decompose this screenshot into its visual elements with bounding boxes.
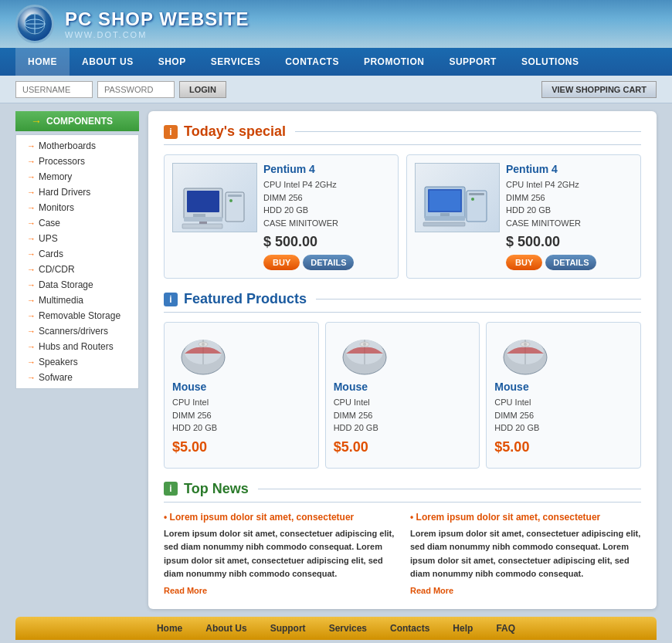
sidebar-item[interactable]: →Hard Drivers bbox=[16, 184, 138, 200]
list-arrow-icon: → bbox=[27, 234, 36, 243]
nav-shop[interactable]: SHOP bbox=[146, 48, 199, 76]
sidebar-item[interactable]: →Case bbox=[16, 215, 138, 231]
todays-special-header: i Today's special bbox=[164, 124, 641, 145]
footer-link-contacts[interactable]: Contacts bbox=[390, 623, 429, 634]
sidebar-title: COMPONENTS bbox=[46, 116, 113, 127]
list-arrow-icon: → bbox=[27, 249, 36, 259]
nav-promotion[interactable]: PROMOTION bbox=[351, 48, 437, 76]
footer-link-faq[interactable]: FAQ bbox=[496, 623, 515, 634]
featured-price-2: $5.00 bbox=[334, 439, 368, 455]
nav-support[interactable]: SUPPORT bbox=[436, 48, 509, 76]
list-arrow-icon: → bbox=[27, 203, 36, 212]
product-name-2: Pentium 4 bbox=[506, 163, 633, 175]
list-arrow-icon: → bbox=[27, 265, 36, 274]
top-news-title: Top News bbox=[184, 481, 249, 497]
list-arrow-icon: → bbox=[27, 141, 36, 151]
sidebar-item[interactable]: →Motherboards bbox=[16, 138, 138, 154]
copyright: Copyright ©2003 CompanyName.com bbox=[0, 640, 672, 643]
footer-link-help[interactable]: Help bbox=[453, 623, 473, 634]
svg-rect-6 bbox=[193, 214, 205, 217]
footer-link-support[interactable]: Support bbox=[270, 623, 306, 634]
news-row: Lorem ipsum dolor sit amet, consectetuer… bbox=[164, 512, 641, 597]
footer-link-about[interactable]: About Us bbox=[205, 623, 246, 634]
product-name-1: Pentium 4 bbox=[263, 163, 390, 175]
sidebar-item[interactable]: →Memory bbox=[16, 169, 138, 184]
svg-point-26 bbox=[202, 343, 205, 346]
svg-rect-16 bbox=[440, 213, 450, 216]
nav-solutions[interactable]: SOLUTIONS bbox=[509, 48, 592, 76]
view-cart-button[interactable]: VIEW SHOPPING CART bbox=[541, 81, 657, 98]
featured-product-2: Mouse CPU IntelDIMM 256HDD 20 GB $5.00 bbox=[325, 322, 480, 469]
list-arrow-icon: → bbox=[27, 218, 36, 228]
read-more-1[interactable]: Read More bbox=[164, 586, 207, 595]
svg-point-11 bbox=[229, 199, 232, 202]
nav-about[interactable]: ABOUT US bbox=[70, 48, 146, 76]
details-button-2[interactable]: DETAILS bbox=[545, 255, 596, 270]
sidebar: → COMPONENTS →Motherboards →Processors →… bbox=[15, 111, 139, 609]
nav-contacts[interactable]: CONTACTS bbox=[273, 48, 351, 76]
sidebar-item[interactable]: →Hubs and Routers bbox=[16, 339, 138, 354]
sidebar-item[interactable]: →UPS bbox=[16, 231, 138, 246]
info-icon: i bbox=[164, 125, 178, 139]
featured-products-header: i Featured Products bbox=[164, 291, 641, 313]
footer-link-services[interactable]: Services bbox=[329, 623, 367, 634]
product-price-2: $ 500.00 bbox=[506, 234, 633, 250]
sidebar-item[interactable]: →CD/CDR bbox=[16, 262, 138, 277]
sidebar-header: → COMPONENTS bbox=[15, 111, 139, 131]
login-form: LOGIN bbox=[15, 81, 226, 98]
footer-link-home[interactable]: Home bbox=[157, 623, 182, 634]
list-arrow-icon: → bbox=[27, 280, 36, 289]
sidebar-item[interactable]: →Cards bbox=[16, 246, 138, 262]
special-product-2: Pentium 4 CPU Intel P4 2GHzDIMM 256HDD 2… bbox=[406, 154, 641, 279]
featured-product-3: Mouse CPU IntelDIMM 256HDD 20 GB $5.00 bbox=[486, 322, 641, 469]
news-article-2: Lorem ipsum dolor sit amet, consectetuer… bbox=[410, 512, 641, 597]
sidebar-item[interactable]: →Speakers bbox=[16, 354, 138, 370]
svg-point-20 bbox=[471, 198, 474, 201]
buy-button-2[interactable]: BUY bbox=[506, 255, 542, 270]
username-input[interactable] bbox=[15, 81, 93, 98]
featured-name-3: Mouse bbox=[494, 381, 528, 393]
list-arrow-icon: → bbox=[27, 373, 36, 382]
featured-product-1: Mouse CPU IntelDIMM 256HDD 20 GB $5.00 bbox=[164, 322, 319, 469]
sidebar-item[interactable]: →Processors bbox=[16, 154, 138, 169]
svg-rect-17 bbox=[425, 216, 465, 221]
list-arrow-icon: → bbox=[27, 188, 36, 197]
featured-name-2: Mouse bbox=[334, 381, 368, 393]
news-info-icon: i bbox=[164, 482, 178, 496]
featured-specs-3: CPU IntelDIMM 256HDD 20 GB bbox=[494, 396, 539, 435]
sidebar-list: →Motherboards →Processors →Memory →Hard … bbox=[15, 134, 139, 389]
product-specs-1: CPU Intel P4 2GHzDIMM 256HDD 20 GBCASE M… bbox=[263, 178, 390, 229]
featured-info-icon: i bbox=[164, 293, 178, 306]
list-arrow-icon: → bbox=[27, 357, 36, 367]
sidebar-item[interactable]: →Removable Storage bbox=[16, 308, 138, 323]
password-input[interactable] bbox=[97, 81, 175, 98]
read-more-2[interactable]: Read More bbox=[410, 586, 453, 595]
header: PC SHOP WEBSITE WWW.DOT.COM bbox=[0, 0, 672, 48]
featured-price-1: $5.00 bbox=[172, 439, 207, 455]
product-image-2 bbox=[415, 163, 500, 232]
buy-button-1[interactable]: BUY bbox=[263, 255, 300, 270]
nav-home[interactable]: HOME bbox=[15, 48, 70, 76]
list-arrow-icon: → bbox=[27, 342, 36, 351]
list-arrow-icon: → bbox=[27, 157, 36, 166]
special-product-1: Pentium 4 CPU Intel P4 2GHzDIMM 256HDD 2… bbox=[164, 154, 399, 279]
sidebar-item[interactable]: →Data Storage bbox=[16, 277, 138, 293]
list-arrow-icon: → bbox=[27, 172, 36, 181]
details-button-1[interactable]: DETAILS bbox=[303, 255, 354, 270]
top-news-header: i Top News bbox=[164, 481, 641, 503]
loginbar: LOGIN VIEW SHOPPING CART bbox=[0, 76, 672, 103]
news-body-2: Lorem ipsum dolor sit amet, consectetuer… bbox=[410, 527, 641, 581]
sidebar-item[interactable]: →Scanners/drivers bbox=[16, 323, 138, 339]
svg-rect-5 bbox=[187, 191, 219, 212]
nav-services[interactable]: SERVICES bbox=[199, 48, 273, 76]
news-headline-2: Lorem ipsum dolor sit amet, consectetuer bbox=[410, 512, 641, 523]
sidebar-item[interactable]: →Sofware bbox=[16, 370, 138, 385]
featured-title: Featured Products bbox=[184, 291, 307, 307]
login-button[interactable]: LOGIN bbox=[179, 81, 226, 98]
svg-rect-12 bbox=[182, 224, 222, 228]
sidebar-item[interactable]: →Monitors bbox=[16, 200, 138, 215]
product-buttons-2: BUY DETAILS bbox=[506, 255, 633, 270]
featured-name-1: Mouse bbox=[172, 381, 206, 393]
sidebar-arrow-icon: → bbox=[31, 115, 42, 127]
sidebar-item[interactable]: →Multimedia bbox=[16, 293, 138, 308]
